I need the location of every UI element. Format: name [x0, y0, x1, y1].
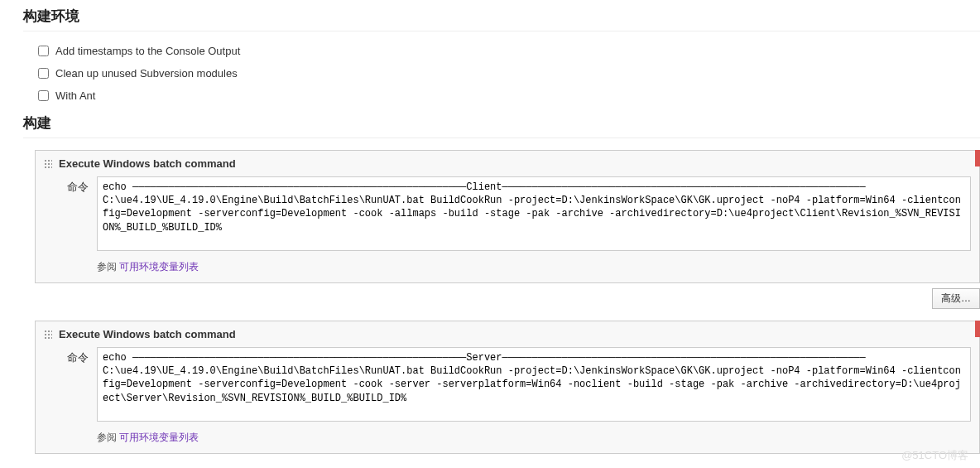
env-vars-link[interactable]: 可用环境变量列表 [119, 432, 199, 443]
env-check-timestamps-box[interactable] [38, 46, 49, 56]
build-step-header: Execute Windows batch command [44, 157, 971, 176]
env-vars-link[interactable]: 可用环境变量列表 [119, 261, 199, 273]
env-section-title: 构建环境 [23, 0, 980, 31]
advanced-button[interactable]: 高级… [932, 288, 980, 309]
build-step-header: Execute Windows batch command [44, 328, 971, 347]
help-prefix: 参阅 [97, 261, 119, 273]
env-check-with-ant-box[interactable] [38, 90, 49, 101]
build-step-1: X Execute Windows batch command 命令 参阅 可用… [35, 150, 980, 309]
build-step-title: Execute Windows batch command [59, 157, 236, 170]
command-label: 命令 [59, 176, 89, 274]
drag-handle-icon[interactable] [44, 159, 52, 169]
help-row: 参阅 可用环境变量列表 [97, 424, 971, 445]
env-check-cleanup-svn-box[interactable] [38, 68, 49, 79]
command-textarea[interactable] [97, 176, 971, 251]
env-check-timestamps-label: Add timestamps to the Console Output [55, 45, 240, 57]
drag-handle-icon[interactable] [44, 330, 52, 340]
delete-step-button[interactable]: X [975, 150, 980, 166]
env-check-timestamps[interactable]: Add timestamps to the Console Output [23, 40, 980, 62]
build-step-2: X Execute Windows batch command 命令 参阅 可用… [35, 321, 980, 454]
help-row: 参阅 可用环境变量列表 [97, 253, 971, 274]
env-check-with-ant[interactable]: With Ant [23, 84, 980, 107]
command-textarea[interactable] [97, 347, 971, 422]
delete-step-button[interactable]: X [975, 321, 980, 337]
env-check-cleanup-svn[interactable]: Clean up unused Subversion modules [23, 62, 980, 84]
build-step-title: Execute Windows batch command [59, 328, 236, 340]
help-prefix: 参阅 [97, 432, 119, 443]
command-label: 命令 [59, 347, 89, 445]
env-check-cleanup-svn-label: Clean up unused Subversion modules [55, 67, 238, 80]
build-section-title: 构建 [23, 107, 980, 138]
env-check-with-ant-label: With Ant [55, 89, 95, 102]
